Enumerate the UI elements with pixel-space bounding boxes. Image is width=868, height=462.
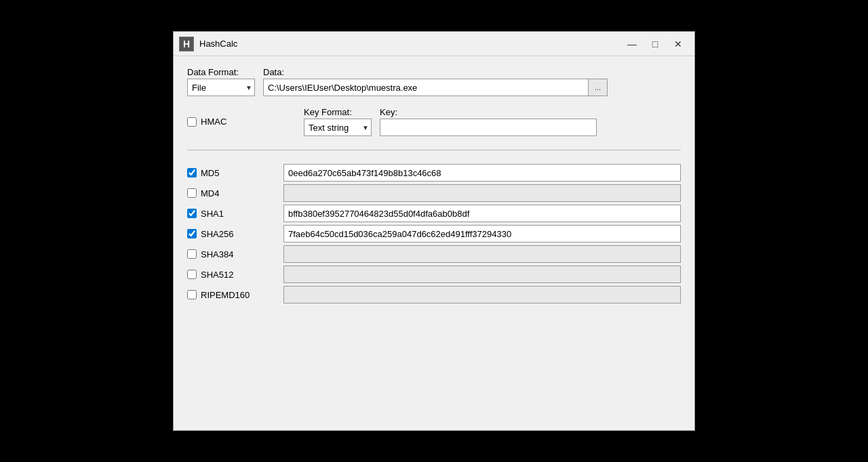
- data-format-select-wrapper: File Text string Hex string ▼: [187, 79, 255, 96]
- key-format-group: Key Format: Text string Hex string ▼: [304, 107, 372, 136]
- hash-row: MD4: [187, 184, 681, 202]
- key-format-select[interactable]: Text string Hex string: [304, 119, 372, 136]
- window-controls: — □ ✕: [621, 35, 689, 53]
- close-button[interactable]: ✕: [667, 35, 689, 53]
- hash-checkbox-sha256[interactable]: [187, 229, 197, 238]
- hash-name-ripemd160: RIPEMD160: [201, 290, 250, 300]
- hash-checkbox-md5[interactable]: [187, 168, 197, 177]
- hash-list: MD5MD4SHA1SHA256SHA384SHA512RIPEMD160: [187, 164, 681, 306]
- key-input-group: Key:: [380, 107, 681, 136]
- hash-value-sha512[interactable]: [283, 266, 681, 283]
- hash-name-sha512: SHA512: [201, 270, 248, 280]
- window-title: HashCalc: [199, 39, 621, 49]
- hash-label-cell: MD4: [187, 188, 275, 198]
- hmac-section: HMAC Key Format: Text string Hex string …: [187, 104, 681, 136]
- hash-row: SHA384: [187, 245, 681, 263]
- data-input[interactable]: [263, 79, 589, 96]
- content-area: Data Format: File Text string Hex string…: [174, 56, 694, 317]
- hash-label-cell: MD5: [187, 168, 275, 178]
- hash-row: RIPEMD160: [187, 286, 681, 303]
- data-format-section: Data Format: File Text string Hex string…: [187, 67, 681, 96]
- key-input[interactable]: [380, 119, 597, 136]
- hash-checkbox-sha384[interactable]: [187, 249, 197, 259]
- maximize-button[interactable]: □: [644, 35, 666, 53]
- browse-button[interactable]: ...: [589, 79, 608, 96]
- hash-name-sha1: SHA1: [201, 209, 248, 219]
- hash-value-md5[interactable]: [283, 164, 681, 182]
- hash-value-sha384[interactable]: [283, 245, 681, 263]
- data-input-row: ...: [263, 79, 608, 96]
- hash-row: SHA256: [187, 225, 681, 243]
- hash-label-cell: SHA384: [187, 249, 275, 259]
- divider: [187, 150, 681, 150]
- data-format-select[interactable]: File Text string Hex string: [187, 79, 255, 96]
- key-format-label: Key Format:: [304, 107, 372, 117]
- data-field-group: Data: ...: [263, 67, 608, 96]
- hash-label-cell: SHA256: [187, 229, 275, 239]
- hash-row: MD5: [187, 164, 681, 182]
- hash-row: SHA512: [187, 266, 681, 283]
- key-format-select-wrapper: Text string Hex string ▼: [304, 119, 372, 136]
- hash-checkbox-md4[interactable]: [187, 188, 197, 198]
- hash-value-md4[interactable]: [283, 184, 681, 202]
- titlebar: H HashCalc — □ ✕: [174, 32, 694, 56]
- minimize-button[interactable]: —: [621, 35, 643, 53]
- hash-row: SHA1: [187, 205, 681, 222]
- hash-checkbox-ripemd160[interactable]: [187, 290, 197, 299]
- hash-name-md4: MD4: [201, 188, 248, 198]
- hash-name-md5: MD5: [201, 168, 248, 178]
- main-window: H HashCalc — □ ✕ Data Format: File Text …: [173, 31, 695, 431]
- hash-label-cell: SHA1: [187, 209, 275, 219]
- hmac-group: HMAC: [187, 117, 296, 127]
- hmac-right: Key Format: Text string Hex string ▼ Key…: [304, 107, 681, 136]
- hash-name-sha256: SHA256: [201, 229, 248, 239]
- hash-checkbox-sha1[interactable]: [187, 209, 197, 218]
- data-format-label: Data Format:: [187, 67, 255, 77]
- hash-value-sha1[interactable]: [283, 205, 681, 222]
- app-icon: H: [179, 37, 194, 51]
- hmac-label: HMAC: [201, 117, 226, 127]
- data-format-group: Data Format: File Text string Hex string…: [187, 67, 255, 96]
- hash-checkbox-sha512[interactable]: [187, 270, 197, 279]
- hash-name-sha384: SHA384: [201, 249, 248, 259]
- hash-label-cell: RIPEMD160: [187, 290, 275, 300]
- hash-value-ripemd160[interactable]: [283, 286, 681, 303]
- hash-label-cell: SHA512: [187, 270, 275, 280]
- hash-value-sha256[interactable]: [283, 225, 681, 243]
- key-label: Key:: [380, 107, 681, 117]
- hmac-checkbox[interactable]: [187, 117, 197, 127]
- data-label: Data:: [263, 67, 608, 77]
